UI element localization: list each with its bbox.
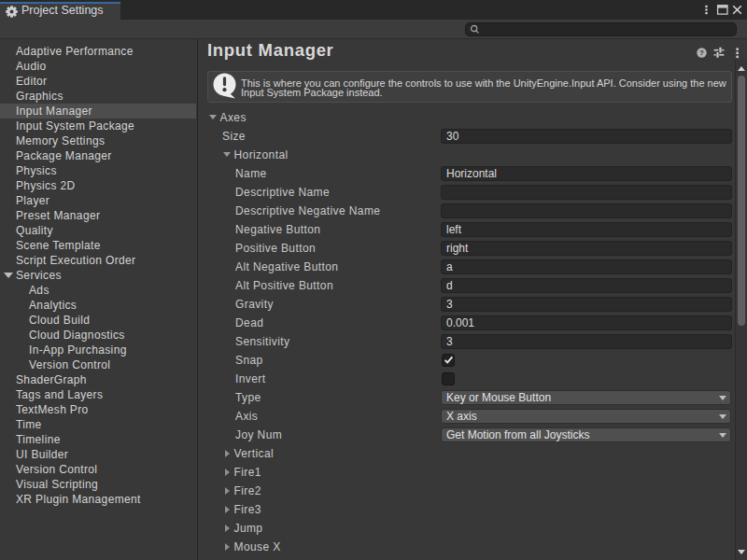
svg-text:?: ? [699,49,704,57]
